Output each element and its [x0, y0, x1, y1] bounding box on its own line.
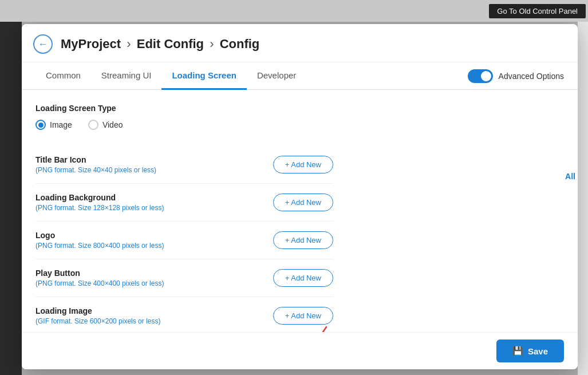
upload-hint-loading-image: (GIF format. Size 600×200 pixels or less… — [35, 317, 160, 325]
breadcrumb-step1: Edit Config — [137, 37, 204, 51]
upload-info-loading-image: Loading Image (GIF format. Size 600×200 … — [35, 306, 160, 325]
sidebar-left — [0, 22, 22, 375]
upload-hint-title-bar-icon: (PNG format. Size 40×40 pixels or less) — [35, 166, 156, 174]
tab-streaming-ui[interactable]: Streaming UI — [91, 62, 162, 90]
loading-screen-type-group: Image Video — [35, 120, 564, 130]
add-new-play-button-button[interactable]: + Add New — [273, 269, 333, 287]
config-modal: ← MyProject › Edit Config › Config Commo… — [22, 24, 578, 369]
upload-label-loading-background: Loading Background — [35, 193, 164, 202]
advanced-options-label: Advanced Options — [499, 72, 564, 81]
back-button[interactable]: ← — [33, 34, 53, 54]
modal-footer: 💾 Save — [22, 332, 578, 369]
upload-label-play-button: Play Button — [35, 269, 164, 278]
advanced-options-toggle[interactable] — [468, 69, 493, 83]
radio-video[interactable]: Video — [88, 120, 123, 130]
upload-info-play-button: Play Button (PNG format. Size 400×400 pi… — [35, 269, 164, 287]
sidebar-right — [578, 22, 588, 375]
breadcrumb-current: Config — [220, 37, 260, 51]
upload-info-logo: Logo (PNG format. Size 800×400 pixels or… — [35, 231, 164, 250]
all-link[interactable]: All — [565, 172, 575, 181]
upload-label-title-bar-icon: Title Bar Icon — [35, 155, 156, 164]
breadcrumb-project: MyProject — [61, 37, 121, 51]
upload-info-loading-background: Loading Background (PNG format. Size 128… — [35, 193, 164, 212]
radio-image-circle — [35, 120, 46, 130]
loading-screen-type-title: Loading Screen Type — [35, 104, 564, 113]
upload-row-loading-image: Loading Image (GIF format. Size 600×200 … — [35, 297, 333, 335]
upload-hint-logo: (PNG format. Size 800×400 pixels or less… — [35, 242, 164, 250]
tab-common[interactable]: Common — [35, 62, 91, 90]
upload-hint-loading-background: (PNG format. Size 128×128 pixels or less… — [35, 204, 164, 212]
add-new-title-bar-icon-button[interactable]: + Add New — [273, 156, 333, 173]
tab-loading-screen[interactable]: Loading Screen — [161, 62, 247, 90]
top-bar: Go To Old Control Panel — [0, 0, 588, 22]
add-new-loading-background-button[interactable]: + Add New — [273, 194, 333, 211]
upload-label-logo: Logo — [35, 231, 164, 240]
radio-video-label: Video — [102, 120, 123, 129]
tab-developer[interactable]: Developer — [247, 62, 306, 90]
add-new-loading-image-button[interactable]: + Add New — [273, 307, 333, 325]
breadcrumb-sep1: › — [127, 37, 134, 51]
upload-hint-play-button: (PNG format. Size 400×400 pixels or less… — [35, 279, 164, 287]
advanced-options-area: Advanced Options — [468, 69, 564, 83]
add-new-logo-button[interactable]: + Add New — [273, 231, 333, 249]
breadcrumb: MyProject › Edit Config › Config — [61, 37, 259, 52]
breadcrumb-sep2: › — [210, 37, 217, 51]
save-button[interactable]: 💾 Save — [496, 340, 564, 362]
radio-video-circle — [88, 120, 98, 130]
upload-label-loading-image: Loading Image — [35, 306, 160, 315]
upload-row-play-button: Play Button (PNG format. Size 400×400 pi… — [35, 259, 333, 297]
upload-row-title-bar-icon: Title Bar Icon (PNG format. Size 40×40 p… — [35, 146, 333, 184]
upload-info-title-bar-icon: Title Bar Icon (PNG format. Size 40×40 p… — [35, 155, 156, 174]
upload-row-loading-background: Loading Background (PNG format. Size 128… — [35, 184, 333, 222]
go-to-old-control-panel-button[interactable]: Go To Old Control Panel — [489, 4, 586, 18]
modal-content: Loading Screen Type Image Video Title Ba… — [22, 90, 578, 369]
radio-image-label: Image — [50, 120, 72, 129]
radio-image[interactable]: Image — [35, 120, 72, 130]
save-icon: 💾 — [512, 346, 523, 356]
save-label: Save — [528, 346, 548, 356]
toggle-knob — [481, 71, 491, 81]
upload-row-logo: Logo (PNG format. Size 800×400 pixels or… — [35, 222, 333, 259]
modal-header: ← MyProject › Edit Config › Config — [22, 24, 578, 62]
tabs-row: Common Streaming UI Loading Screen Devel… — [22, 62, 578, 90]
